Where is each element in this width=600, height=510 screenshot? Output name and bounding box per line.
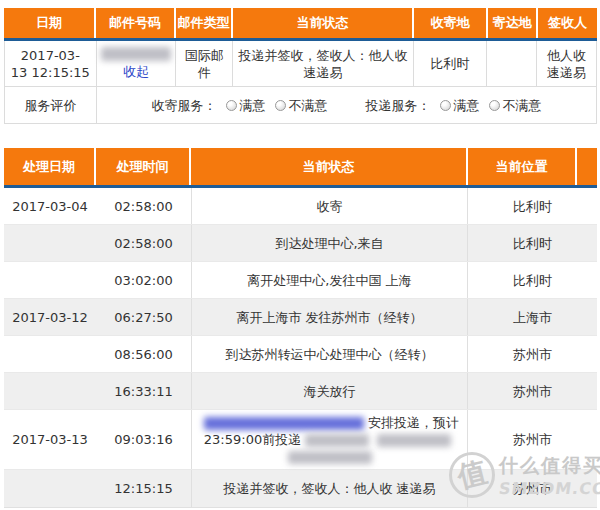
summary-mail-number: 收起	[97, 41, 177, 86]
radio-button[interactable]	[226, 100, 237, 111]
status-line: 离开处理中心,发往中国 上海	[247, 272, 411, 289]
summary-origin: 比利时	[414, 41, 488, 86]
service-group-label: 收寄服务：	[152, 97, 217, 114]
detail-status: 收寄	[191, 188, 468, 224]
radio-button[interactable]	[440, 100, 451, 111]
detail-header-cell: 处理时间	[96, 148, 191, 185]
detail-time: 02:58:00	[96, 188, 191, 224]
detail-status: 到达苏州转运中心处理中心（经转）	[191, 336, 468, 372]
status-line: 到达处理中心,来自	[275, 235, 383, 252]
detail-date: 2017-03-04	[4, 188, 96, 224]
detail-time: 06:27:50	[96, 299, 191, 335]
smzdm-logo-icon: 值	[449, 452, 495, 498]
summary-signee: 他人收 速递易	[537, 41, 596, 86]
detail-time: 08:56:00	[96, 336, 191, 372]
detail-location: 比利时	[468, 262, 597, 298]
service-controls: 收寄服务：满意不满意投递服务：满意不满意	[97, 87, 596, 123]
status-text: 安排投递，预计	[368, 415, 459, 430]
status-text: 收寄	[317, 199, 343, 214]
summary-destination	[487, 41, 537, 86]
status-line: 收寄	[317, 198, 343, 215]
detail-date: 2017-03-12	[4, 299, 96, 335]
radio-option: 满意	[440, 97, 480, 114]
detail-row: 2017-03-0402:58:00收寄比利时	[4, 188, 597, 225]
service-group-label: 投递服务：	[366, 97, 431, 114]
summary-mail-type: 国际邮件	[176, 41, 233, 86]
service-evaluation-label: 服务评价	[5, 87, 97, 123]
status-text: 离开处理中心,发往中国 上海	[247, 273, 411, 288]
radio-option-label: 不满意	[503, 97, 542, 114]
summary-table: 日期邮件号码邮件类型当前状态收寄地寄达地签收人 2017-03- 13 12:1…	[4, 8, 597, 124]
detail-header-cell	[577, 148, 597, 185]
radio-option-label: 满意	[240, 97, 266, 114]
detail-table-header: 处理日期处理时间当前状态当前位置	[4, 148, 597, 185]
detail-status: 离开上海市 发往苏州市（经转）	[191, 299, 468, 335]
status-line: 到达苏州转运中心处理中心（经转）	[226, 346, 434, 363]
redacted-text	[377, 434, 451, 447]
status-line: 离开上海市 发往苏州市（经转）	[236, 309, 422, 326]
detail-status: 海关放行	[191, 373, 468, 409]
detail-time: 02:58:00	[96, 225, 191, 261]
radio-option-label: 满意	[454, 97, 480, 114]
summary-header-cell: 收寄地	[414, 8, 488, 38]
detail-row: 08:56:00到达苏州转运中心处理中心（经转）苏州市	[4, 336, 597, 373]
summary-table-header: 日期邮件号码邮件类型当前状态收寄地寄达地签收人	[4, 8, 597, 38]
status-line: 海关放行	[304, 383, 356, 400]
detail-status: 安排投递，预计23:59:00前投递	[191, 410, 468, 469]
detail-header-cell: 当前位置	[468, 148, 577, 185]
detail-row: 02:58:00到达处理中心,来自比利时	[4, 225, 597, 262]
detail-row: 16:33:11海关放行苏州市	[4, 373, 597, 410]
summary-header-cell: 日期	[4, 8, 96, 38]
detail-header-cell: 处理日期	[4, 148, 96, 185]
detail-date	[4, 470, 96, 507]
detail-location: 苏州市	[468, 336, 597, 372]
watermark-site-domain: SMZDM.COM	[498, 479, 600, 498]
redacted-text	[204, 417, 364, 430]
summary-header-cell: 邮件类型	[176, 8, 233, 38]
detail-row: 03:02:00离开处理中心,发往中国 上海比利时	[4, 262, 597, 299]
detail-status: 投递并签收，签收人：他人收 速递易	[191, 470, 468, 507]
status-text: 投递并签收，签收人：他人收 速递易	[223, 481, 435, 496]
redacted-text	[288, 451, 372, 464]
status-line	[284, 448, 376, 465]
detail-date	[4, 225, 96, 261]
radio-button[interactable]	[489, 100, 500, 111]
status-line: 安排投递，预计	[200, 414, 459, 431]
status-text: 23:59:00前投递	[204, 432, 301, 447]
status-line: 投递并签收，签收人：他人收 速递易	[223, 480, 435, 497]
status-text: 到达处理中心,来自	[275, 236, 383, 251]
service-evaluation-row: 服务评价 收寄服务：满意不满意投递服务：满意不满意	[4, 87, 597, 124]
radio-button[interactable]	[275, 100, 286, 111]
status-text: 到达苏州转运中心处理中心（经转）	[226, 347, 434, 362]
watermark: 值 什么值得买 SMZDM.COM	[449, 452, 600, 498]
detail-row: 2017-03-1206:27:50离开上海市 发往苏州市（经转）上海市	[4, 299, 597, 336]
redacted-text	[305, 434, 369, 447]
status-line: 23:59:00前投递	[204, 431, 455, 448]
detail-status: 到达处理中心,来自	[191, 225, 468, 261]
service-group: 投递服务：满意不满意	[366, 97, 542, 114]
summary-status: 投递并签收，签收人：他人收 速递易	[233, 41, 413, 86]
collapse-link[interactable]: 收起	[123, 63, 149, 80]
radio-option: 不满意	[489, 97, 542, 114]
detail-time: 12:15:15	[96, 470, 191, 507]
radio-option: 满意	[226, 97, 266, 114]
summary-header-cell: 邮件号码	[96, 8, 176, 38]
detail-location: 上海市	[468, 299, 597, 335]
summary-record-row: 2017-03- 13 12:15:15 收起 国际邮件 投递并签收，签收人：他…	[4, 41, 597, 87]
detail-date	[4, 336, 96, 372]
mail-number-redacted	[101, 47, 171, 61]
detail-location: 比利时	[468, 225, 597, 261]
summary-header-cell: 当前状态	[233, 8, 414, 38]
status-text: 海关放行	[304, 384, 356, 399]
status-text: 离开上海市 发往苏州市（经转）	[236, 310, 422, 325]
detail-location: 比利时	[468, 188, 597, 224]
summary-header-cell: 寄达地	[488, 8, 538, 38]
summary-date: 2017-03- 13 12:15:15	[5, 41, 97, 86]
service-group: 收寄服务：满意不满意	[152, 97, 328, 114]
detail-time: 16:33:11	[96, 373, 191, 409]
detail-location: 苏州市	[468, 373, 597, 409]
detail-status: 离开处理中心,发往中国 上海	[191, 262, 468, 298]
watermark-site-name: 什么值得买	[499, 453, 600, 479]
detail-header-cell: 当前状态	[191, 148, 468, 185]
detail-time: 09:03:16	[96, 410, 191, 469]
